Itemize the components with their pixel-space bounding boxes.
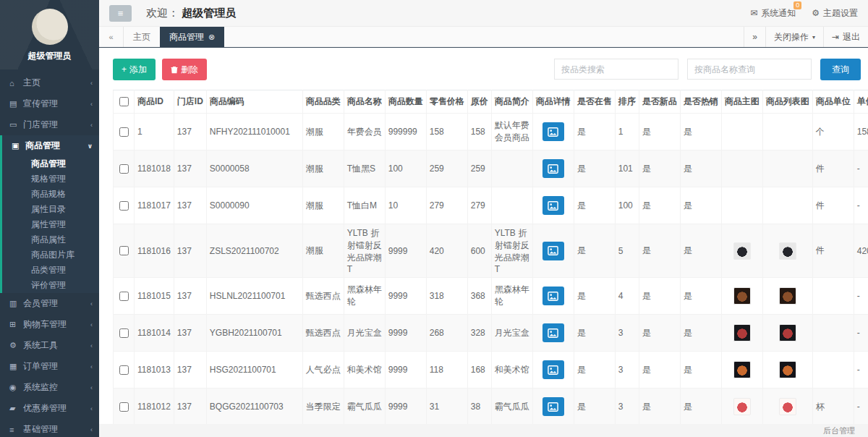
sidebar-item-store[interactable]: ▭门店管理‹ bbox=[0, 114, 99, 135]
list-image-cell bbox=[762, 315, 812, 352]
cell-id: 1181014 bbox=[135, 315, 174, 352]
sidebar-group-promotion: ▤宣传管理‹ bbox=[0, 93, 99, 114]
select-all-checkbox[interactable] bbox=[119, 97, 129, 106]
detail-button[interactable] bbox=[542, 122, 564, 141]
query-button[interactable]: 查询 bbox=[820, 59, 861, 80]
row-checkbox[interactable] bbox=[119, 292, 129, 301]
delete-button-label: 删除 bbox=[181, 64, 198, 76]
sidebar-group-member: ▥会员管理‹ bbox=[0, 293, 99, 314]
row-checkbox[interactable] bbox=[119, 365, 129, 375]
detail-button[interactable] bbox=[542, 360, 564, 379]
submenu-item[interactable]: 商品图片库 bbox=[2, 247, 99, 263]
logout-button[interactable]: ⇥ 退出 bbox=[823, 27, 868, 47]
row-select-cell bbox=[114, 315, 135, 352]
cell-code: HSLNL2021100701 bbox=[206, 278, 302, 315]
cell-id: 1181018 bbox=[135, 150, 174, 187]
detail-button[interactable] bbox=[542, 287, 564, 305]
tab-label: 商品管理 bbox=[169, 31, 204, 43]
column-header: 零售价格 bbox=[426, 90, 467, 114]
tabs-scroll-left-icon[interactable]: « bbox=[99, 27, 124, 47]
cell-retail_price: 268 bbox=[426, 315, 467, 352]
detail-cell bbox=[532, 150, 574, 187]
detail-button[interactable] bbox=[542, 397, 564, 416]
row-checkbox[interactable] bbox=[119, 127, 129, 137]
submenu-item[interactable]: 评价管理 bbox=[2, 278, 99, 293]
mail-icon: ✉ bbox=[750, 8, 757, 18]
cell-code: NFHY202111010001 bbox=[206, 114, 302, 150]
category-search-input[interactable] bbox=[554, 59, 678, 80]
submenu-item[interactable]: 商品管理 bbox=[2, 156, 99, 171]
image-detail-icon bbox=[548, 402, 558, 412]
detail-button[interactable] bbox=[542, 196, 564, 215]
sidebar-toggle-button[interactable]: ≡ bbox=[109, 5, 132, 22]
delete-button[interactable]: 删除 bbox=[162, 59, 207, 80]
tab-close-icon[interactable]: ⊗ bbox=[208, 33, 215, 42]
sidebar-item-orders[interactable]: ▦订单管理‹ bbox=[0, 356, 99, 377]
red-melon-drink-thumbnail bbox=[779, 398, 796, 415]
sidebar-item-base[interactable]: ≡基础管理‹ bbox=[0, 419, 99, 437]
row-select-cell bbox=[114, 389, 135, 425]
moonlight-box-cake-thumbnail bbox=[779, 324, 796, 341]
cell-on_sale: 是 bbox=[574, 278, 615, 315]
goods-box-icon: ▣ bbox=[12, 141, 25, 150]
tabs-scroll-right-icon[interactable]: » bbox=[744, 27, 765, 47]
caret-down-icon: ▾ bbox=[812, 34, 815, 41]
sidebar-menu: ⌂主页‹▤宣传管理‹▭门店管理‹▣商品管理∨商品管理规格管理商品规格属性目录属性… bbox=[0, 72, 99, 437]
row-checkbox[interactable] bbox=[119, 402, 129, 412]
submenu-item[interactable]: 属性目录 bbox=[2, 202, 99, 217]
sidebar-item-label: 基础管理 bbox=[23, 423, 90, 436]
cell-on_sale: 是 bbox=[574, 187, 615, 224]
cell-sort: 3 bbox=[615, 315, 639, 352]
submenu-item[interactable]: 商品规格 bbox=[2, 187, 99, 202]
sidebar-item-home[interactable]: ⌂主页‹ bbox=[0, 72, 99, 93]
welcome-prefix: 欢迎： bbox=[146, 7, 179, 19]
sidebar-item-monitor[interactable]: ◉系统监控‹ bbox=[0, 377, 99, 398]
detail-cell bbox=[532, 278, 574, 315]
cell-orig_price: 328 bbox=[467, 315, 491, 352]
gear-icon: ⚙ bbox=[812, 8, 820, 18]
sidebar-item-promotion[interactable]: ▤宣传管理‹ bbox=[0, 93, 99, 114]
chevron-left-icon: ‹ bbox=[90, 426, 93, 433]
theme-settings-button[interactable]: ⚙ 主题设置 bbox=[812, 7, 858, 20]
column-header: 商品数量 bbox=[385, 90, 426, 114]
sidebar-group-orders: ▦订单管理‹ bbox=[0, 356, 99, 377]
sidebar-item-member[interactable]: ▥会员管理‹ bbox=[0, 293, 99, 314]
cell-retail_price: 318 bbox=[426, 278, 467, 315]
row-checkbox[interactable] bbox=[119, 246, 129, 255]
list-image-cell bbox=[762, 114, 812, 150]
detail-cell bbox=[532, 187, 574, 224]
add-button[interactable]: + 添加 bbox=[113, 59, 156, 80]
row-checkbox[interactable] bbox=[119, 328, 129, 338]
submenu-item[interactable]: 品类管理 bbox=[2, 263, 99, 278]
sidebar: 超级管理员 ⌂主页‹▤宣传管理‹▭门店管理‹▣商品管理∨商品管理规格管理商品规格… bbox=[0, 0, 99, 437]
black-forest-cake-thumbnail bbox=[733, 287, 751, 305]
sidebar-item-tools[interactable]: ⚙系统工具‹ bbox=[0, 335, 99, 356]
cell-unit_price: - bbox=[854, 352, 868, 389]
system-notice-button[interactable]: ✉ 系统通知 0 bbox=[750, 7, 796, 20]
sidebar-item-cart[interactable]: ⊞购物车管理‹ bbox=[0, 314, 99, 335]
submenu-item[interactable]: 商品属性 bbox=[2, 232, 99, 247]
chevron-left-icon: ‹ bbox=[90, 101, 93, 108]
tab-home[interactable]: 主页 bbox=[124, 27, 160, 47]
cell-qty: 9999 bbox=[385, 315, 426, 352]
main-image-cell bbox=[721, 187, 762, 224]
close-operations-dropdown[interactable]: 关闭操作 ▾ bbox=[765, 27, 823, 47]
cell-qty: 9999 bbox=[385, 389, 426, 425]
tab-label: 主页 bbox=[133, 31, 150, 43]
row-checkbox[interactable] bbox=[119, 201, 129, 211]
tab-goods[interactable]: 商品管理⊗ bbox=[160, 27, 224, 47]
sidebar-item-goods[interactable]: ▣商品管理∨ bbox=[2, 135, 99, 156]
detail-button[interactable] bbox=[542, 242, 564, 260]
cell-sort: 1 bbox=[615, 114, 639, 150]
cell-name: 月光宝盒 bbox=[344, 315, 385, 352]
detail-button[interactable] bbox=[542, 159, 564, 178]
submenu-item[interactable]: 规格管理 bbox=[2, 171, 99, 187]
detail-button[interactable] bbox=[542, 323, 564, 342]
avatar[interactable] bbox=[32, 9, 68, 45]
product-name-search-input[interactable] bbox=[687, 59, 812, 80]
submenu-item[interactable]: 属性管理 bbox=[2, 217, 99, 232]
sidebar-item-coupon[interactable]: ▰优惠券管理‹ bbox=[0, 398, 99, 419]
row-checkbox[interactable] bbox=[119, 164, 129, 174]
member-card-icon: ▥ bbox=[9, 299, 23, 308]
sidebar-group-cart: ⊞购物车管理‹ bbox=[0, 314, 99, 335]
